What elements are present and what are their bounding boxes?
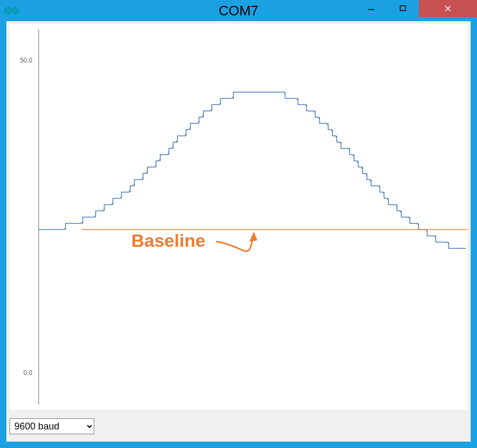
annotation-arrow — [216, 233, 254, 252]
series-signal — [39, 92, 466, 248]
client-area: 0.050.0Baseline 9600 baud — [6, 21, 471, 442]
close-icon — [444, 5, 452, 12]
window-controls — [355, 0, 477, 17]
chart-svg: 0.050.0Baseline — [10, 24, 467, 410]
minimize-icon — [367, 5, 375, 12]
maximize-button[interactable] — [387, 0, 419, 17]
annotation-baseline-label: Baseline — [131, 230, 205, 250]
svg-rect-6 — [400, 6, 406, 11]
maximize-icon — [399, 5, 407, 12]
close-button[interactable] — [419, 0, 477, 17]
y-tick-label: 0.0 — [23, 369, 32, 377]
arduino-icon — [4, 3, 19, 18]
annotation-arrowhead-icon — [250, 233, 257, 241]
footer-bar: 9600 baud — [10, 418, 94, 434]
titlebar[interactable]: COM7 — [0, 0, 477, 21]
y-tick-label: 50.0 — [20, 57, 33, 64]
minimize-button[interactable] — [355, 0, 387, 17]
baud-rate-select[interactable]: 9600 baud — [10, 418, 94, 434]
app-window: COM7 0.050.0Bas — [0, 0, 477, 448]
serial-plotter-chart: 0.050.0Baseline — [10, 24, 467, 410]
